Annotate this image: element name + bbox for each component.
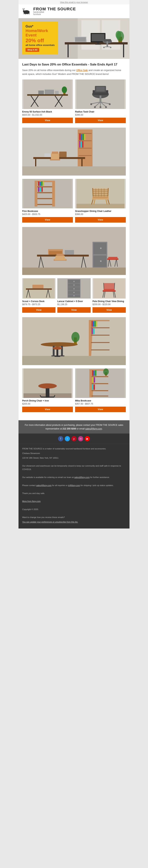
view-browser-link[interactable]: View this email in your browser [60,1,88,3]
facebook-icon[interactable]: f [58,436,63,441]
footer-brand-desc: FROM THE SOURCE is a maker of sustainabl… [22,447,126,451]
svg-rect-177 [22,356,126,365]
svg-rect-100 [38,187,40,192]
svg-point-164 [73,292,75,293]
footer-covid-note: Our showroom and warehouse can be tempor… [22,464,126,471]
product-info-pele: Pele Dining Chair View Dining $200.00 - … [93,299,126,314]
svg-rect-148 [26,288,52,290]
svg-line-173 [104,283,104,289]
pinterest-icon[interactable]: p [71,436,77,441]
view-button-radius[interactable]: View [75,118,126,123]
youtube-icon[interactable]: ▶ [85,436,90,441]
svg-point-62 [105,106,107,108]
svg-rect-33 [75,37,86,42]
footer-tr-link[interactable]: tr@ftsny.com [68,484,80,487]
logo-name: FROM THE SOURCE [33,7,76,11]
footer-unsubscribe-link[interactable]: You can update your preferences or unsub… [22,521,78,523]
footer-email-link[interactable]: sales@ftsny.com [85,428,102,430]
svg-point-36 [116,31,121,39]
footer-copyright: Copyright © 2020. [22,508,126,511]
svg-rect-192 [92,321,93,327]
product-price-lancar: $1,136.25 [57,303,91,306]
view-button-finn[interactable]: View [22,217,73,223]
product-name-lancar: Lancar Cabinet + 5 Door [57,300,91,303]
product-price-pele: $200.00 - $220.00 [93,303,126,306]
svg-point-162 [73,284,75,286]
svg-point-30 [110,46,112,48]
svg-rect-19 [68,44,69,57]
svg-rect-7 [23,11,24,11]
product-full-perch [22,317,126,365]
svg-rect-20 [123,44,124,57]
svg-rect-27 [106,41,108,47]
svg-point-61 [94,106,96,108]
product-image-scout [22,278,55,299]
product-price-perch: $205.00 [22,403,73,405]
svg-rect-113 [93,188,108,196]
hero-brand: Gus* [26,25,55,29]
instagram-icon[interactable]: in [78,436,83,441]
svg-rect-78 [80,142,82,148]
svg-point-202 [38,383,57,389]
view-button-mika[interactable]: View [75,407,126,412]
svg-rect-219 [94,377,95,383]
svg-point-63 [90,103,92,105]
svg-rect-93 [38,192,52,193]
svg-rect-175 [104,283,114,289]
view-button-lancar[interactable]: View [57,307,91,313]
svg-point-64 [109,103,110,105]
footer-sales-link2[interactable]: sales@ftsny.com [36,484,51,487]
email-wrapper: View this email in your browser [19,0,129,528]
product-name-radius: Radius Task Chair [75,111,126,113]
svg-rect-23 [97,42,99,44]
footer-more-link[interactable]: More from ftsny.com [22,500,41,502]
view-button-grasshopper[interactable]: View [75,217,126,223]
hero-discount: 20% off [26,37,55,44]
product-info-lancar: Lancar Cabinet + 5 Door $1,136.25 View [57,299,91,314]
product-card-scout: Scout + Corvus Desk $879.75 - $973.25 Vi… [22,278,55,314]
svg-rect-70 [79,141,92,141]
twitter-icon[interactable]: t [65,436,70,441]
svg-line-10 [23,8,23,9]
svg-rect-196 [92,328,93,334]
svg-rect-216 [93,371,95,376]
svg-rect-54 [106,90,108,95]
logo-text-group: FROM THE SOURCE handcrafted furniture [33,7,76,16]
svg-rect-218 [92,377,93,383]
svg-rect-3 [25,13,26,14]
hero-discount-detail: all home office essentials [26,44,55,46]
product-card-radius: Radius Task Chair $396.00 View [75,80,126,124]
svg-rect-221 [93,384,95,390]
svg-rect-53 [93,90,95,95]
product-row-2: Finn Bookcase $425.00 - $503.75 View [22,179,126,224]
footer-contact-section: For more information about products or p… [19,420,129,434]
view-button-pele[interactable]: View [93,307,126,313]
view-button-perch[interactable]: View [22,407,73,412]
svg-rect-71 [79,148,92,149]
svg-rect-82 [81,159,82,166]
svg-rect-188 [91,327,109,328]
product-card-perch: Perch Dining Chair + Iron $205.00 View [22,368,73,413]
svg-rect-55 [100,95,101,102]
product-card-envoy: Envoy 50 Surface Ash Black $920.00 - $1,… [22,80,73,124]
office-sale-link[interactable]: Office Sale [76,69,88,71]
svg-rect-215 [92,370,93,376]
social-icons-group: f t p in ▶ [21,436,127,441]
svg-rect-5 [29,13,29,14]
hero-text-block: Gus* Home/Work Event 20% off all home of… [22,22,58,54]
svg-line-174 [114,283,115,289]
footer-sales-email-link[interactable]: sales@ftsny.com [74,476,90,478]
product-row-3: Scout + Corvus Desk $879.75 - $973.25 Vi… [22,278,126,314]
hero-shop-link[interactable]: Shop it All [26,48,39,52]
product-image-pele [93,278,126,299]
svg-rect-44 [45,90,54,94]
svg-rect-195 [96,321,97,327]
svg-point-6 [23,10,24,12]
view-button-scout[interactable]: View [22,307,55,313]
view-button-envoy[interactable]: View [22,118,73,123]
view-browser-bar: View this email in your browser [19,0,129,4]
svg-point-182 [53,347,62,350]
hero-event-line2: Event [26,33,55,37]
footer-contact-text: For more information about products or p… [25,424,123,430]
svg-rect-87 [52,152,58,154]
